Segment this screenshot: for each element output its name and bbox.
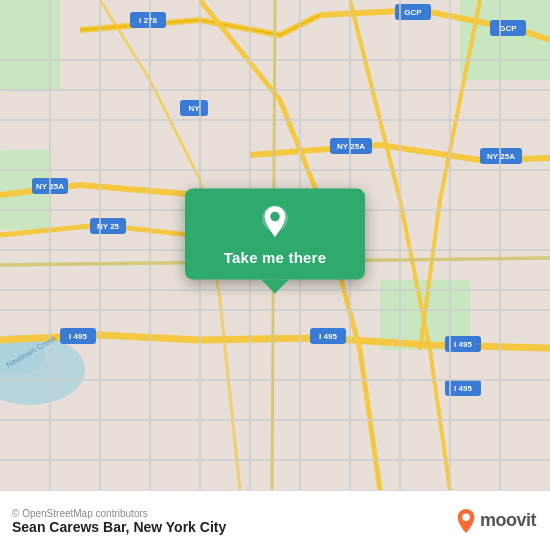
moovit-brand-text: moovit <box>480 510 536 531</box>
copyright-text: © OpenStreetMap contributors <box>12 508 226 519</box>
bottom-bar: © OpenStreetMap contributors Sean Carews… <box>0 490 550 550</box>
svg-text:I 495: I 495 <box>454 384 472 393</box>
svg-text:I 495: I 495 <box>454 340 472 349</box>
svg-text:I 278: I 278 <box>139 16 157 25</box>
svg-text:GCP: GCP <box>499 24 517 33</box>
svg-rect-5 <box>0 0 60 90</box>
moovit-logo: moovit <box>455 508 536 534</box>
map-container: I 278 GCP GCP NY 25A NY 25A NY 25A NY 25… <box>0 0 550 490</box>
moovit-pin-icon <box>455 508 477 534</box>
svg-text:I 495: I 495 <box>69 332 87 341</box>
svg-text:NY 25A: NY 25A <box>487 152 515 161</box>
svg-text:NY: NY <box>188 104 200 113</box>
svg-point-54 <box>270 212 279 221</box>
svg-text:NY 25A: NY 25A <box>337 142 365 151</box>
svg-text:I 495: I 495 <box>319 332 337 341</box>
svg-point-55 <box>462 513 469 520</box>
take-me-there-button[interactable]: Take me there <box>224 249 326 266</box>
location-info: © OpenStreetMap contributors Sean Carews… <box>12 507 226 535</box>
location-name: Sean Carews Bar, New York City <box>12 519 226 535</box>
svg-text:GCP: GCP <box>404 8 422 17</box>
location-pin-icon <box>257 205 293 241</box>
location-card: Take me there <box>185 189 365 280</box>
